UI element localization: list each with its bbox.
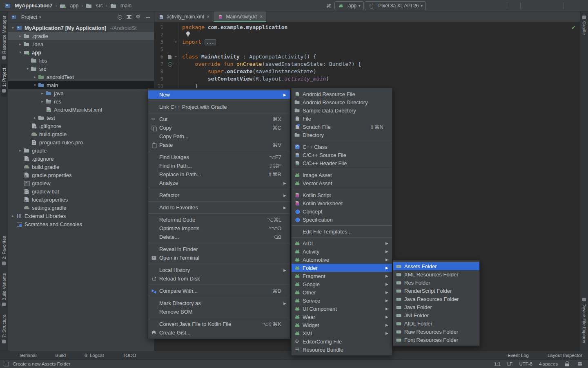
menu-item[interactable]: Local History ▶ xyxy=(148,266,290,274)
tree-row[interactable]: proguard-rules.pro xyxy=(8,138,154,146)
menu-item[interactable]: Res Folder ▶ xyxy=(393,278,479,287)
tree-arrow-icon[interactable]: ▸ xyxy=(39,99,45,103)
menu-item[interactable]: Mark Directory as ▶ xyxy=(148,299,290,307)
toolbar-icon[interactable] xyxy=(552,1,561,10)
gear-icon[interactable] xyxy=(135,13,142,21)
toolbar-icon[interactable] xyxy=(495,1,505,10)
close-icon[interactable]: × xyxy=(260,14,263,20)
status-widget[interactable]: 1:1 xyxy=(494,361,501,366)
menu-item[interactable]: Analyze ▶ xyxy=(148,179,290,187)
fold-marker[interactable] xyxy=(173,31,178,38)
toolbar-icon[interactable] xyxy=(427,1,437,10)
tree-arrow-icon[interactable]: ▸ xyxy=(10,214,16,218)
tool-window-button[interactable]: Terminal xyxy=(11,352,36,358)
code-line[interactable]: 8 super.onCreate(savedInstanceState) xyxy=(154,68,580,75)
gutter-icon[interactable] xyxy=(167,24,173,31)
tree-row[interactable]: settings.gradle xyxy=(8,204,154,212)
editor-tab[interactable]: MainActivity.kt × xyxy=(214,11,267,22)
tree-row[interactable]: gradlew.bat xyxy=(8,187,154,195)
tree-arrow-icon[interactable]: ▾ xyxy=(17,50,23,54)
tool-window-button[interactable]: Resource Manager xyxy=(1,11,7,64)
menu-item[interactable]: Replace in Path... ⇧⌘R ▶ xyxy=(148,170,290,179)
tool-window-button[interactable]: Gradle xyxy=(581,11,587,39)
menu-item[interactable]: Paste ⌘V ▶ xyxy=(148,141,290,149)
menu-item[interactable]: Reload from Disk ▶ xyxy=(148,274,290,283)
gutter-icon[interactable] xyxy=(167,38,173,46)
menu-item[interactable]: RenderScript Folder ▶ xyxy=(393,287,479,295)
tree-row[interactable]: ▾ MyApplication7 [My Application] ~/Andr… xyxy=(8,24,154,32)
tool-window-button[interactable]: TODO xyxy=(114,352,136,358)
fold-marker[interactable]: + xyxy=(173,38,178,46)
tree-row[interactable]: ▸ .gradle xyxy=(8,32,154,40)
menu-item[interactable]: Widget ▶ xyxy=(292,321,392,329)
menu-item[interactable]: Vector Asset ▶ xyxy=(292,179,392,187)
menu-item[interactable]: Assets Folder ▶ xyxy=(393,262,479,270)
menu-item[interactable]: Open in Terminal ▶ xyxy=(148,254,290,262)
breadcrumb-item[interactable]: app xyxy=(58,2,80,9)
menu-item[interactable]: Android Resource Directory ▶ xyxy=(292,98,392,106)
menu-item[interactable]: Activity ▶ xyxy=(292,247,392,256)
menu-item[interactable]: Other ▶ xyxy=(292,288,392,296)
menu-item[interactable]: Create Gist... ▶ xyxy=(148,328,290,337)
tree-row[interactable]: ▸ .idea xyxy=(8,40,154,48)
tree-row[interactable]: ▸ test xyxy=(8,114,154,122)
menu-item[interactable]: Refactor ▶ xyxy=(148,191,290,200)
tree-row[interactable]: ▸ gradle xyxy=(8,146,154,155)
tree-arrow-icon[interactable]: ▸ xyxy=(39,91,45,95)
menu-item[interactable]: AIDL ▶ xyxy=(292,239,392,247)
toggle-tool-windows-icon[interactable] xyxy=(3,361,9,367)
toolbar-icon[interactable] xyxy=(575,1,585,10)
fold-marker[interactable] xyxy=(173,68,178,75)
menu-item[interactable]: Kotlin Worksheet ▶ xyxy=(292,199,392,207)
fold-marker[interactable] xyxy=(173,24,178,31)
menu-item[interactable]: Link C++ Project with Gradle ▶ xyxy=(148,103,290,111)
menu-item[interactable]: Specification ▶ xyxy=(292,215,392,224)
toolbar-icon[interactable] xyxy=(446,1,456,10)
tree-row[interactable]: ▾ main xyxy=(8,81,154,89)
menu-item[interactable]: Add to Favorites ▶ xyxy=(148,203,290,212)
menu-item[interactable]: Resource Bundle ▶ xyxy=(292,346,392,354)
menu-item[interactable]: Sample Data Directory ▶ xyxy=(292,106,392,114)
toolbar-icon[interactable] xyxy=(542,1,552,10)
hide-panel-icon[interactable] xyxy=(144,13,151,21)
toolbar-icon[interactable] xyxy=(476,1,486,10)
gutter-icon[interactable] xyxy=(167,31,173,38)
breadcrumb-item[interactable]: src xyxy=(85,2,104,9)
breadcrumb-item[interactable]: MyApplication7 xyxy=(3,2,53,9)
status-widget[interactable]: 4 spaces xyxy=(539,361,558,366)
code-line[interactable]: 3 + import ... xyxy=(154,38,580,46)
tree-row[interactable]: libs xyxy=(8,56,154,65)
status-widget[interactable]: UTF-8 xyxy=(519,361,532,366)
menu-item[interactable]: Cut ⌘X ▶ xyxy=(148,115,290,123)
menu-item[interactable]: Find Usages ⌥F7 ▶ xyxy=(148,153,290,162)
toolbar-icon[interactable] xyxy=(466,1,476,10)
menu-item[interactable]: Convert Java File to Kotlin File ⌥⇧⌘K ▶ xyxy=(148,320,290,328)
tree-arrow-icon[interactable]: ▸ xyxy=(17,148,23,153)
code-editor[interactable]: 1 package com.example.myapplication 2 3 … xyxy=(154,22,580,90)
menu-item[interactable]: Service ▶ xyxy=(292,296,392,305)
tool-window-button[interactable]: Layout Inspector xyxy=(539,352,582,358)
menu-item[interactable]: Remove BOM ▶ xyxy=(148,307,290,316)
menu-item[interactable]: Find in Path... ⇧⌘F ▶ xyxy=(148,162,290,170)
gradle-status-icon[interactable] xyxy=(577,361,583,367)
tree-arrow-icon[interactable]: ▾ xyxy=(10,26,16,30)
menu-item[interactable]: Concept ▶ xyxy=(292,207,392,215)
device-combo[interactable]: Pixel 3a XL API 26 ▾ xyxy=(365,1,426,10)
tree-row[interactable]: gradle.properties xyxy=(8,171,154,179)
gutter-icon[interactable] xyxy=(167,46,173,53)
menu-item[interactable]: New ▶ xyxy=(148,90,290,99)
code-line[interactable]: 6 − class MainActivity : AppCompatActivi… xyxy=(154,53,580,61)
tree-row[interactable]: AndroidManifest.xml xyxy=(8,105,154,114)
status-widget[interactable]: LF xyxy=(507,361,512,366)
code-line[interactable]: 7 − override fun onCreate(savedInstanceS… xyxy=(154,61,580,68)
menu-item[interactable]: Folder ▶ xyxy=(292,264,392,272)
tree-row[interactable]: Scratches and Consoles xyxy=(8,220,154,228)
menu-item[interactable]: Directory ▶ xyxy=(292,131,392,139)
tool-window-button[interactable]: Build xyxy=(47,352,66,358)
tree-row[interactable]: .gitignore xyxy=(8,155,154,163)
toolbar-icon[interactable] xyxy=(456,1,466,10)
menu-item[interactable]: UI Component ▶ xyxy=(292,305,392,313)
toolbar-icon[interactable] xyxy=(532,1,542,10)
menu-item[interactable]: JNI Folder ▶ xyxy=(393,311,479,319)
menu-item[interactable]: Java Folder ▶ xyxy=(393,303,479,311)
